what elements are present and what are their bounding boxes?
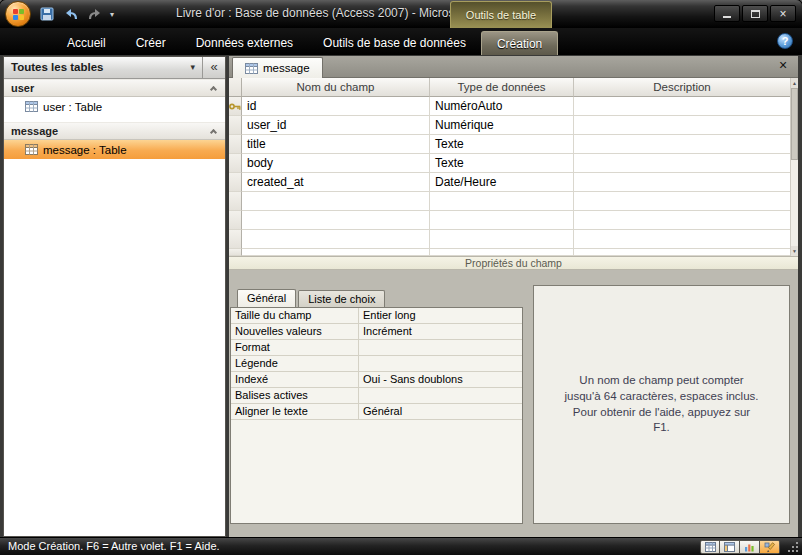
property-value[interactable] bbox=[359, 356, 522, 372]
property-label: Balises actives bbox=[231, 388, 359, 404]
resize-grip[interactable] bbox=[786, 540, 798, 552]
maximize-button[interactable] bbox=[742, 5, 768, 22]
field-type-cell[interactable]: Texte bbox=[430, 154, 574, 173]
tab-creer[interactable]: Créer bbox=[121, 31, 181, 55]
field-name-cell[interactable] bbox=[242, 249, 430, 256]
maximize-icon bbox=[751, 10, 760, 18]
field-type-cell[interactable] bbox=[430, 211, 574, 230]
property-row[interactable]: Aligner le texte Général bbox=[231, 404, 522, 420]
property-row[interactable]: Taille du champ Entier long bbox=[231, 308, 522, 324]
close-button[interactable]: × bbox=[770, 5, 796, 22]
field-description-cell[interactable] bbox=[574, 97, 790, 116]
field-type-cell[interactable]: Date/Heure bbox=[430, 173, 574, 192]
field-row-id[interactable]: id NuméroAuto bbox=[229, 97, 790, 116]
field-name-cell[interactable] bbox=[242, 230, 430, 249]
undo-button[interactable] bbox=[62, 6, 79, 23]
field-description-cell[interactable] bbox=[574, 211, 790, 230]
field-row-user-id[interactable]: user_id Numérique bbox=[229, 116, 790, 135]
field-name-cell[interactable]: created_at bbox=[242, 173, 430, 192]
collapse-pane-button[interactable]: « bbox=[203, 57, 225, 79]
property-row[interactable]: Nouvelles valeurs Incrément bbox=[231, 324, 522, 340]
empty-field-row[interactable] bbox=[229, 230, 790, 249]
tab-general[interactable]: Général bbox=[237, 289, 296, 307]
row-selector[interactable] bbox=[229, 211, 242, 230]
field-row-body[interactable]: body Texte bbox=[229, 154, 790, 173]
field-row-created-at[interactable]: created_at Date/Heure bbox=[229, 173, 790, 192]
office-button[interactable] bbox=[5, 1, 31, 27]
field-description-cell[interactable] bbox=[574, 230, 790, 249]
field-description-cell[interactable] bbox=[574, 249, 790, 256]
tab-outils-base-donnees[interactable]: Outils de base de données bbox=[308, 31, 481, 55]
empty-field-row[interactable] bbox=[229, 249, 790, 256]
grid-vertical-scrollbar[interactable]: ▲ ▼ bbox=[790, 78, 798, 256]
design-view-button[interactable] bbox=[760, 540, 780, 554]
empty-field-row[interactable] bbox=[229, 192, 790, 211]
row-selector[interactable] bbox=[229, 135, 242, 154]
nav-group-user[interactable]: user bbox=[4, 79, 225, 97]
field-name-cell[interactable] bbox=[242, 211, 430, 230]
minimize-button[interactable] bbox=[714, 5, 740, 22]
scrollbar-thumb[interactable] bbox=[791, 88, 798, 160]
property-value[interactable]: Incrément bbox=[359, 324, 522, 340]
field-description-cell[interactable] bbox=[574, 192, 790, 211]
row-selector[interactable] bbox=[229, 116, 242, 135]
field-name-cell[interactable]: body bbox=[242, 154, 430, 173]
row-selector[interactable] bbox=[229, 154, 242, 173]
property-value[interactable]: Entier long bbox=[359, 308, 522, 324]
property-row[interactable]: Indexé Oui - Sans doublons bbox=[231, 372, 522, 388]
field-name-cell[interactable]: user_id bbox=[242, 116, 430, 135]
field-description-cell[interactable] bbox=[574, 135, 790, 154]
qat-dropdown-icon[interactable]: ▾ bbox=[110, 10, 114, 19]
nav-item-message-table[interactable]: message : Table bbox=[4, 140, 225, 159]
pivotchart-view-button[interactable] bbox=[740, 540, 760, 554]
row-selector[interactable] bbox=[229, 249, 242, 256]
field-description-cell[interactable] bbox=[574, 154, 790, 173]
row-selector[interactable] bbox=[229, 192, 242, 211]
tab-donnees-externes[interactable]: Données externes bbox=[181, 31, 308, 55]
property-value[interactable] bbox=[359, 388, 522, 404]
help-button[interactable]: ? bbox=[777, 33, 793, 49]
field-description-cell[interactable] bbox=[574, 116, 790, 135]
nav-group-label: user bbox=[11, 82, 34, 94]
row-selector[interactable] bbox=[229, 97, 242, 116]
property-label: Taille du champ bbox=[231, 308, 359, 324]
property-value[interactable]: Général bbox=[359, 404, 522, 420]
datasheet-view-button[interactable] bbox=[700, 540, 720, 554]
nav-pane-title-button[interactable]: Toutes les tables ▾ bbox=[4, 57, 203, 79]
chevron-up-icon[interactable] bbox=[210, 129, 217, 136]
document-tab-bar: message × bbox=[229, 56, 798, 78]
field-type-cell[interactable]: Texte bbox=[430, 135, 574, 154]
property-value[interactable]: Oui - Sans doublons bbox=[359, 372, 522, 388]
redo-icon bbox=[88, 8, 102, 20]
property-row[interactable]: Légende bbox=[231, 356, 522, 372]
save-button[interactable] bbox=[38, 6, 55, 23]
property-row[interactable]: Format bbox=[231, 340, 522, 356]
field-name-cell[interactable]: title bbox=[242, 135, 430, 154]
property-row[interactable]: Balises actives bbox=[231, 388, 522, 404]
property-value[interactable] bbox=[359, 340, 522, 356]
pivottable-view-button[interactable] bbox=[720, 540, 740, 554]
scroll-up-button[interactable]: ▲ bbox=[791, 78, 798, 88]
tab-creation[interactable]: Création bbox=[481, 31, 558, 55]
row-selector[interactable] bbox=[229, 230, 242, 249]
nav-item-user-table[interactable]: user : Table bbox=[4, 97, 225, 116]
scroll-down-button[interactable]: ▼ bbox=[791, 246, 798, 256]
row-selector[interactable] bbox=[229, 173, 242, 192]
field-row-title[interactable]: title Texte bbox=[229, 135, 790, 154]
field-type-cell[interactable] bbox=[430, 249, 574, 256]
field-type-cell[interactable] bbox=[430, 230, 574, 249]
field-type-cell[interactable] bbox=[430, 192, 574, 211]
document-tab-message[interactable]: message bbox=[232, 57, 323, 78]
chevron-up-icon[interactable] bbox=[210, 86, 217, 93]
document-close-button[interactable]: × bbox=[775, 58, 791, 74]
field-description-cell[interactable] bbox=[574, 173, 790, 192]
redo-button[interactable] bbox=[86, 6, 103, 23]
tab-liste-de-choix[interactable]: Liste de choix bbox=[298, 290, 385, 307]
field-type-cell[interactable]: Numérique bbox=[430, 116, 574, 135]
field-name-cell[interactable]: id bbox=[242, 97, 430, 116]
field-type-cell[interactable]: NuméroAuto bbox=[430, 97, 574, 116]
tab-accueil[interactable]: Accueil bbox=[52, 31, 121, 55]
empty-field-row[interactable] bbox=[229, 211, 790, 230]
nav-group-message[interactable]: message bbox=[4, 122, 225, 140]
field-name-cell[interactable] bbox=[242, 192, 430, 211]
